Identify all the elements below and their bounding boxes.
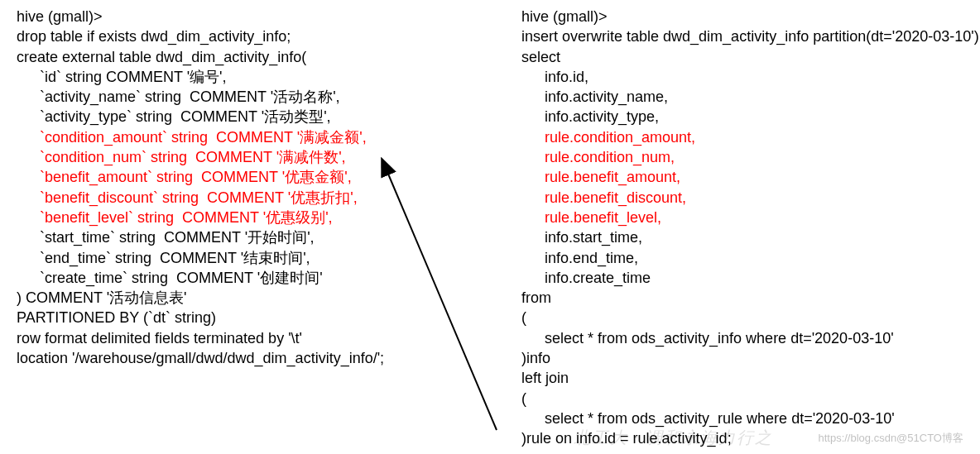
code-line: PARTITIONED BY (`dt` string) xyxy=(17,308,464,327)
code-line-highlighted: rule.benefit_level, xyxy=(521,208,979,227)
code-line: hive (gmall)> xyxy=(521,7,979,26)
code-line: select xyxy=(521,47,979,67)
code-line: ( xyxy=(521,308,979,327)
code-line: from xyxy=(521,288,979,308)
code-line: location '/warehouse/gmall/dwd/dwd_dim_a… xyxy=(17,348,464,368)
code-line: info.create_time xyxy=(521,268,979,288)
right-code-block: hive (gmall)> insert overwrite table dwd… xyxy=(497,7,979,449)
code-line: info.activity_type, xyxy=(521,107,979,127)
code-line-highlighted: `benefit_level` string COMMENT '优惠级别', xyxy=(17,208,464,227)
code-line: `end_time` string COMMENT '结束时间', xyxy=(17,248,464,268)
code-line: `activity_name` string COMMENT '活动名称', xyxy=(17,87,464,107)
code-line: `id` string COMMENT '编号', xyxy=(17,67,464,87)
watermark-source: https://blog.csdn@51CTO博客 xyxy=(818,431,963,446)
code-line: info.id, xyxy=(521,67,979,87)
left-code-block: hive (gmall)> drop table if exists dwd_d… xyxy=(17,7,464,449)
code-line: hive (gmall)> xyxy=(17,7,464,26)
code-line: info.activity_name, xyxy=(521,87,979,107)
code-line: left join xyxy=(521,368,979,388)
code-columns: hive (gmall)> drop table if exists dwd_d… xyxy=(17,7,963,449)
code-line-highlighted: `benefit_amount` string COMMENT '优惠金额', xyxy=(17,167,464,187)
code-line-highlighted: rule.condition_amount, xyxy=(521,127,979,147)
code-line: info.end_time, xyxy=(521,248,979,268)
code-line: `create_time` string COMMENT '创建时间' xyxy=(17,268,464,288)
code-line-highlighted: `condition_num` string COMMENT '满减件数', xyxy=(17,147,464,167)
code-line: drop table if exists dwd_dim_activity_in… xyxy=(17,26,464,46)
watermark-text: 北工大 · 调和永海力行之 xyxy=(574,427,773,449)
code-line: row format delimited fields terminated b… xyxy=(17,328,464,348)
code-line: select * from ods_activity_rule where dt… xyxy=(521,409,979,428)
code-line-highlighted: rule.benefit_discount, xyxy=(521,188,979,208)
code-line: ( xyxy=(521,389,979,409)
code-line-highlighted: rule.benefit_amount, xyxy=(521,167,979,187)
code-line: select * from ods_activity_info where dt… xyxy=(521,328,979,348)
code-line-highlighted: `condition_amount` string COMMENT '满减金额'… xyxy=(17,127,464,147)
code-line: )info xyxy=(521,348,979,368)
code-line-highlighted: `benefit_discount` string COMMENT '优惠折扣'… xyxy=(17,188,464,208)
code-line: info.start_time, xyxy=(521,227,979,247)
code-line: `activity_type` string COMMENT '活动类型', xyxy=(17,107,464,127)
code-line-highlighted: rule.condition_num, xyxy=(521,147,979,167)
code-line: insert overwrite table dwd_dim_activity_… xyxy=(521,26,979,46)
code-line: ) COMMENT '活动信息表' xyxy=(17,288,464,308)
code-line: `start_time` string COMMENT '开始时间', xyxy=(17,227,464,247)
code-line: create external table dwd_dim_activity_i… xyxy=(17,47,464,67)
